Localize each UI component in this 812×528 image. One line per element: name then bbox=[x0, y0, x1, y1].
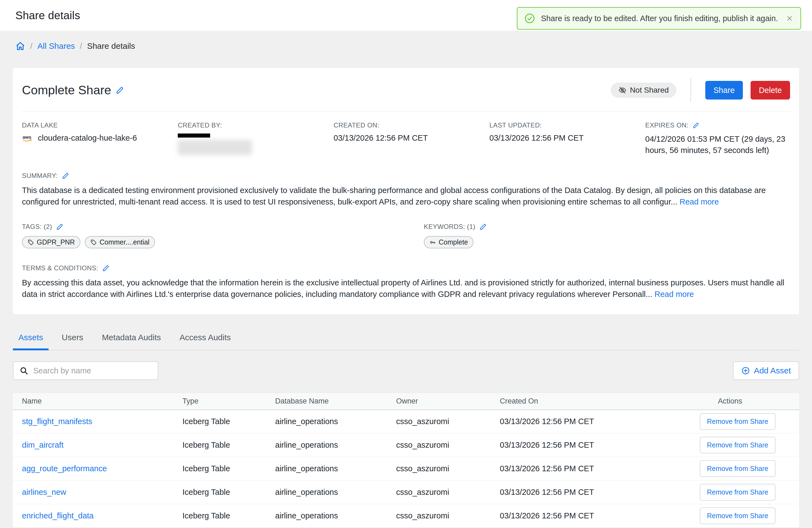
asset-database: airline_operations bbox=[275, 434, 396, 457]
asset-created-on: 03/13/2026 12:56 PM CET bbox=[500, 410, 700, 434]
summary-read-more[interactable]: Read more bbox=[680, 197, 719, 206]
share-button[interactable]: Share bbox=[705, 81, 743, 100]
tab-assets[interactable]: Assets bbox=[13, 327, 48, 350]
col-owner: Owner bbox=[396, 393, 500, 410]
expires-on-label: EXPIRES ON: bbox=[645, 121, 688, 129]
breadcrumb-current: Share details bbox=[87, 41, 135, 51]
asset-created-on: 03/13/2026 12:56 PM CET bbox=[500, 434, 700, 457]
tags-keywords-row: TAGS: (2) GDPR_PNR bbox=[22, 223, 790, 248]
data-lake-label: DATA LAKE bbox=[22, 121, 178, 129]
asset-name-link[interactable]: dim_aircraft bbox=[22, 440, 64, 449]
summary-label: SUMMARY: bbox=[22, 172, 58, 180]
asset-created-on: 03/13/2026 12:56 PM CET bbox=[500, 481, 700, 504]
remove-from-share-button[interactable]: Remove from Share bbox=[700, 508, 775, 524]
assets-table: Name Type Database Name Owner Created On… bbox=[13, 393, 799, 528]
breadcrumb-separator: / bbox=[80, 41, 82, 51]
asset-owner: csso_aszuromi bbox=[396, 481, 500, 504]
add-asset-label: Add Asset bbox=[754, 366, 791, 375]
edit-keywords-icon[interactable] bbox=[479, 223, 487, 230]
edit-expires-icon[interactable] bbox=[692, 122, 699, 129]
tab-bar: Assets Users Metadata Audits Access Audi… bbox=[13, 327, 799, 350]
created-on-value: 03/13/2026 12:56 PM CET bbox=[334, 134, 489, 142]
tag-icon bbox=[27, 239, 34, 246]
delete-button[interactable]: Delete bbox=[751, 81, 790, 100]
share-details-card: Complete Share Not Shared Share Delete bbox=[13, 68, 799, 314]
tag-label: GDPR_PNR bbox=[37, 238, 75, 246]
keywords-label: KEYWORDS: (1) bbox=[424, 223, 475, 230]
field-created-on: CREATED ON: 03/13/2026 12:56 PM CET bbox=[334, 121, 489, 156]
terms-label: TERMS & CONDITIONS: bbox=[22, 264, 98, 272]
table-row: enriched_flight_data Iceberg Table airli… bbox=[13, 504, 799, 528]
check-circle-icon bbox=[524, 13, 535, 24]
tag-icon bbox=[90, 239, 97, 246]
search-input[interactable] bbox=[33, 366, 152, 375]
field-last-updated: LAST UPDATED: 03/13/2026 12:56 PM CET bbox=[489, 121, 645, 156]
edit-summary-icon[interactable] bbox=[62, 172, 69, 180]
asset-owner: csso_aszuromi bbox=[396, 457, 500, 481]
asset-name-link[interactable]: airlines_new bbox=[22, 488, 66, 497]
search-icon bbox=[19, 366, 28, 375]
toast-close-icon[interactable] bbox=[786, 15, 793, 22]
add-asset-button[interactable]: Add Asset bbox=[733, 361, 799, 380]
last-updated-label: LAST UPDATED: bbox=[489, 121, 645, 129]
keyword-pill: Complete bbox=[424, 236, 474, 248]
edit-tags-icon[interactable] bbox=[56, 223, 64, 230]
meta-grid: DATA LAKE aws cloudera-catalog-hue-lake-… bbox=[22, 111, 790, 156]
page-title: Share details bbox=[15, 9, 80, 22]
asset-name-link[interactable]: stg_flight_manifests bbox=[22, 417, 92, 426]
divider bbox=[691, 78, 691, 102]
col-actions: Actions bbox=[700, 393, 799, 410]
remove-from-share-button[interactable]: Remove from Share bbox=[700, 460, 775, 477]
terms-read-more[interactable]: Read more bbox=[654, 290, 694, 299]
redacted-value bbox=[178, 140, 252, 155]
asset-type: Iceberg Table bbox=[183, 434, 275, 457]
remove-from-share-button[interactable]: Remove from Share bbox=[700, 413, 775, 430]
tags-label: TAGS: (2) bbox=[22, 223, 52, 230]
svg-text:aws: aws bbox=[23, 135, 31, 140]
toast-message: Share is ready to be edited. After you f… bbox=[541, 14, 778, 23]
field-data-lake: DATA LAKE aws cloudera-catalog-hue-lake-… bbox=[22, 121, 178, 156]
edit-name-icon[interactable] bbox=[116, 86, 124, 94]
tab-access-audits[interactable]: Access Audits bbox=[174, 327, 236, 350]
tab-users[interactable]: Users bbox=[56, 327, 89, 350]
remove-from-share-button[interactable]: Remove from Share bbox=[700, 484, 775, 501]
asset-name-link[interactable]: agg_route_performance bbox=[22, 464, 107, 473]
asset-created-on: 03/13/2026 12:56 PM CET bbox=[500, 504, 700, 528]
table-row: dim_aircraft Iceberg Table airline_opera… bbox=[13, 434, 799, 457]
table-row: stg_flight_manifests Iceberg Table airli… bbox=[13, 410, 799, 434]
asset-database: airline_operations bbox=[275, 504, 396, 528]
field-expires-on: EXPIRES ON: 04/12/2026 01:53 PM CET (29 … bbox=[645, 121, 790, 156]
created-on-label: CREATED ON: bbox=[334, 121, 489, 129]
asset-created-on: 03/13/2026 12:56 PM CET bbox=[500, 457, 700, 481]
search-box[interactable] bbox=[13, 361, 158, 380]
field-created-by: CREATED BY: bbox=[178, 121, 334, 156]
expires-on-value: 04/12/2026 01:53 PM CET (29 days, 23 hou… bbox=[645, 134, 790, 156]
home-icon[interactable] bbox=[15, 41, 25, 51]
asset-database: airline_operations bbox=[275, 481, 396, 504]
asset-owner: csso_aszuromi bbox=[396, 504, 500, 528]
tag-pill: Commer....ential bbox=[85, 236, 155, 248]
asset-name-link[interactable]: enriched_flight_data bbox=[22, 511, 93, 520]
redacted-bar bbox=[178, 134, 210, 138]
breadcrumb-separator: / bbox=[30, 41, 32, 51]
edit-terms-icon[interactable] bbox=[102, 264, 110, 272]
keyword-label: Complete bbox=[439, 238, 468, 246]
asset-type: Iceberg Table bbox=[183, 410, 275, 434]
asset-type: Iceberg Table bbox=[183, 504, 275, 528]
tab-metadata-audits[interactable]: Metadata Audits bbox=[96, 327, 166, 350]
col-created-on: Created On bbox=[500, 393, 700, 410]
key-icon bbox=[429, 239, 436, 246]
assets-toolbar: Add Asset bbox=[13, 361, 799, 380]
tags-block: TAGS: (2) GDPR_PNR bbox=[22, 223, 424, 248]
asset-type: Iceberg Table bbox=[183, 457, 275, 481]
tag-pill: GDPR_PNR bbox=[22, 236, 81, 248]
success-toast: Share is ready to be edited. After you f… bbox=[517, 7, 801, 30]
status-badge: Not Shared bbox=[611, 83, 676, 97]
table-row: airlines_new Iceberg Table airline_opera… bbox=[13, 481, 799, 504]
breadcrumb-all-shares[interactable]: All Shares bbox=[37, 41, 75, 51]
table-row: agg_route_performance Iceberg Table airl… bbox=[13, 457, 799, 481]
tag-label: Commer....ential bbox=[100, 238, 149, 246]
remove-from-share-button[interactable]: Remove from Share bbox=[700, 437, 775, 453]
data-lake-value: cloudera-catalog-hue-lake-6 bbox=[38, 134, 137, 142]
asset-database: airline_operations bbox=[275, 410, 396, 434]
